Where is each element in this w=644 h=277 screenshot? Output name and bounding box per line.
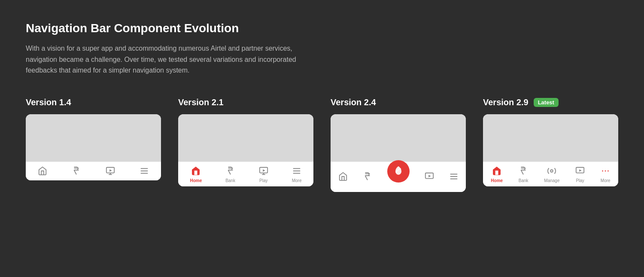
svg-marker-14: [263, 169, 265, 172]
phone-mockup-v14: [26, 114, 161, 180]
phone-mockup-v29: Home Bank: [483, 114, 618, 186]
nav-item-play-v24[interactable]: [425, 172, 434, 183]
rupee-icon-v24: [363, 172, 372, 183]
version-block-v29: Version 2.9 Latest Home: [483, 97, 618, 186]
nav-item-home-v29[interactable]: Home: [491, 166, 503, 183]
nav-bar-v14: [26, 161, 161, 180]
manage-icon-v29: [547, 166, 556, 177]
page-wrapper: Navigation Bar Component Evolution With …: [26, 21, 618, 192]
play-icon-v21: [259, 166, 268, 177]
bank-label-v21: Bank: [225, 178, 235, 183]
nav-item-bank-v21[interactable]: Bank: [225, 166, 235, 183]
screen-v29: [483, 114, 618, 161]
nav-item-more-v21[interactable]: More: [292, 166, 302, 183]
screen-v21: [178, 114, 313, 161]
rupee-icon-v21: [226, 166, 235, 177]
svg-point-31: [605, 170, 606, 171]
nav-item-bank-v24[interactable]: [363, 172, 372, 183]
nav-item-more-v24[interactable]: [449, 172, 459, 183]
version-header-v14: Version 1.4: [26, 97, 161, 107]
nav-bar-v29: Home Bank: [483, 161, 618, 186]
play-icon-v24: [425, 172, 434, 183]
menu-icon-v24: [449, 172, 459, 183]
version-label-v14: Version 1.4: [26, 97, 71, 107]
home-icon-v14: [38, 166, 47, 177]
play-icon-v29: [575, 166, 585, 177]
version-label-v24: Version 2.4: [331, 97, 376, 107]
nav-item-more-v29[interactable]: More: [601, 166, 611, 183]
nav-item-home-v14[interactable]: [38, 166, 47, 177]
home-label-v29: Home: [491, 178, 503, 183]
home-label-v21: Home: [190, 178, 202, 183]
nav-item-home-v21[interactable]: Home: [190, 166, 202, 183]
phone-mockup-v24: [331, 114, 466, 192]
airtel-logo-icon: [392, 164, 405, 179]
version-label-v29: Version 2.9: [483, 97, 529, 107]
menu-icon-v21: [292, 166, 301, 177]
version-block-v14: Version 1.4: [26, 97, 161, 180]
latest-badge: Latest: [534, 98, 559, 107]
svg-marker-29: [579, 169, 582, 172]
home-icon-v29: [492, 166, 501, 177]
more-label-v29: More: [601, 178, 611, 183]
svg-point-32: [608, 170, 609, 171]
play-label-v21: Play: [259, 178, 267, 183]
version-header-v21: Version 2.1: [178, 97, 313, 107]
screen-v14: [26, 114, 161, 161]
nav-item-play-v14[interactable]: [106, 166, 115, 177]
phone-mockup-v21: Home Bank: [178, 114, 313, 186]
manage-label-v29: Manage: [544, 178, 559, 183]
svg-marker-5: [109, 169, 112, 172]
nav-bar-v21: Home Bank: [178, 161, 313, 186]
version-block-v21: Version 2.1 Home: [178, 97, 313, 186]
more-label-v21: More: [292, 178, 302, 183]
nav-item-more-v14[interactable]: [140, 166, 149, 177]
page-description: With a vision for a super app and accomm…: [26, 43, 318, 76]
more-icon-v29: [601, 166, 610, 177]
home-icon-v21: [191, 166, 200, 177]
play-label-v29: Play: [576, 178, 584, 183]
version-block-v24: Version 2.4: [331, 97, 466, 192]
page-title: Navigation Bar Component Evolution: [26, 21, 618, 35]
home-icon-v24: [338, 172, 348, 183]
rupee-icon-v14: [72, 166, 81, 177]
screen-v24: [331, 114, 466, 161]
nav-item-play-v21[interactable]: Play: [259, 166, 268, 183]
nav-item-bank-v14[interactable]: [72, 166, 81, 177]
nav-item-bank-v29[interactable]: Bank: [519, 166, 529, 183]
versions-row: Version 1.4: [26, 97, 618, 192]
svg-point-30: [602, 170, 603, 171]
nav-item-play-v29[interactable]: Play: [575, 166, 585, 183]
menu-icon-v14: [140, 166, 149, 177]
svg-point-27: [551, 170, 553, 172]
fab-button-v24[interactable]: [387, 160, 410, 183]
version-header-v29: Version 2.9 Latest: [483, 97, 618, 107]
svg-marker-21: [428, 175, 431, 178]
bank-label-v29: Bank: [519, 178, 529, 183]
version-label-v21: Version 2.1: [178, 97, 224, 107]
nav-item-home-v24[interactable]: [338, 172, 348, 183]
version-header-v24: Version 2.4: [331, 97, 466, 107]
rupee-icon-v29: [519, 166, 528, 177]
nav-bar-v24: [331, 161, 466, 192]
play-icon-v14: [106, 166, 115, 177]
nav-item-manage-v29[interactable]: Manage: [544, 166, 559, 183]
